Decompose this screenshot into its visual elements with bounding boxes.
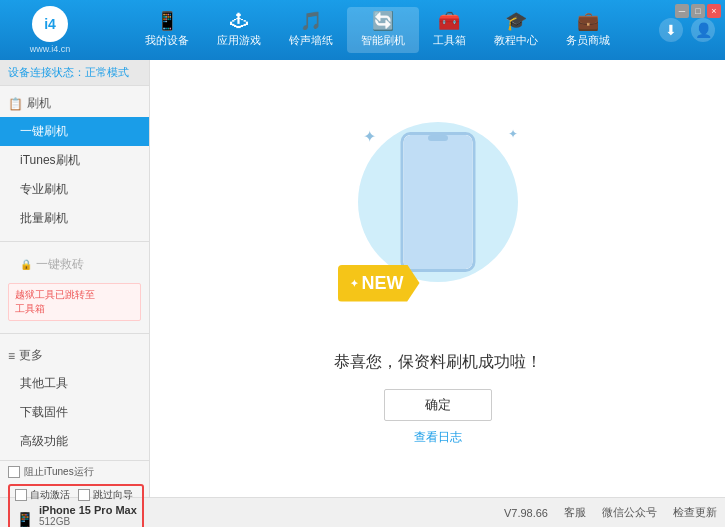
- smart-flash-icon: 🔄: [372, 12, 394, 30]
- logo-url: www.i4.cn: [30, 44, 71, 54]
- sidebar-group-more: ≡ 更多: [0, 342, 149, 369]
- sidebar-item-itunes-flash[interactable]: iTunes刷机: [0, 146, 149, 175]
- new-badge: NEW: [338, 265, 420, 302]
- device-info: 📱 iPhone 15 Pro Max 512GB iPhone: [15, 504, 137, 528]
- sidebar: 设备连接状态：正常模式 📋 刷机 一键刷机 iTunes刷机 专业刷机 批量刷机: [0, 60, 150, 497]
- sparkle-top-right: ✦: [508, 127, 518, 141]
- phone-body: [400, 132, 475, 272]
- nav-smart-flash[interactable]: 🔄 智能刷机: [347, 7, 419, 53]
- customer-service-link[interactable]: 客服: [564, 505, 586, 520]
- phone-illustration: NEW ✦ ✦ ✦: [348, 112, 528, 332]
- more-group-icon: ≡: [8, 349, 15, 363]
- user-button[interactable]: 👤: [691, 18, 715, 42]
- version-label: V7.98.66: [504, 507, 548, 519]
- sidebar-group-flash: 📋 刷机: [0, 90, 149, 117]
- check-update-link[interactable]: 检查更新: [673, 505, 717, 520]
- device-name: iPhone 15 Pro Max: [39, 504, 137, 516]
- ringtones-icon: 🎵: [300, 12, 322, 30]
- logo-area: i4 www.i4.cn: [10, 6, 90, 54]
- phone-screen: [403, 135, 472, 269]
- sidebar-divider-2: [0, 333, 149, 334]
- auto-activate-checkbox-item: 自动激活: [15, 488, 70, 502]
- sidebar-item-batch-flash[interactable]: 批量刷机: [0, 204, 149, 233]
- sidebar-status: 设备连接状态：正常模式: [0, 60, 149, 86]
- sidebar-item-other-tools[interactable]: 其他工具: [0, 369, 149, 398]
- close-button[interactable]: ×: [707, 4, 721, 18]
- tutorials-icon: 🎓: [505, 12, 527, 30]
- sidebar-warning: 越狱工具已跳转至工具箱: [8, 283, 141, 321]
- device-phone-icon: 📱: [15, 511, 35, 527]
- nav-ringtones[interactable]: 🎵 铃声墙纸: [275, 7, 347, 53]
- bottom-bar: 自动激活 跳过向导 📱 iPhone 15 Pro Max 512GB iPho…: [0, 497, 725, 527]
- device-details: iPhone 15 Pro Max 512GB iPhone: [39, 504, 137, 528]
- itunes-bar: 阻止iTunes运行: [0, 460, 149, 483]
- itunes-checkbox[interactable]: [8, 466, 20, 478]
- device-section: 自动激活 跳过向导 📱 iPhone 15 Pro Max 512GB iPho…: [8, 484, 144, 528]
- sidebar-item-pro-flash[interactable]: 专业刷机: [0, 175, 149, 204]
- header: i4 www.i4.cn 📱 我的设备 🕹 应用游戏 🎵 铃声墙纸 🔄 智能刷机: [0, 0, 725, 60]
- confirm-button[interactable]: 确定: [384, 389, 492, 421]
- logo-icon: i4: [32, 6, 68, 42]
- nav-my-device[interactable]: 📱 我的设备: [131, 7, 203, 53]
- sparkle-top-left: ✦: [363, 127, 376, 146]
- main-layout: 设备连接状态：正常模式 📋 刷机 一键刷机 iTunes刷机 专业刷机 批量刷机: [0, 60, 725, 497]
- minimize-button[interactable]: ─: [675, 4, 689, 18]
- toolbox-icon: 🧰: [438, 12, 460, 30]
- log-link[interactable]: 查看日志: [414, 429, 462, 446]
- sidebar-item-advanced[interactable]: 高级功能: [0, 427, 149, 456]
- sidebar-rescue-section: 🔒 一键救砖 越狱工具已跳转至工具箱: [0, 246, 149, 329]
- sidebar-divider-1: [0, 241, 149, 242]
- guide-checkbox[interactable]: [78, 489, 90, 501]
- sidebar-item-download-firmware[interactable]: 下载固件: [0, 398, 149, 427]
- sidebar-item-one-key-flash[interactable]: 一键刷机: [0, 117, 149, 146]
- flash-group-icon: 📋: [8, 97, 23, 111]
- header-right: ⬇ 👤: [659, 18, 715, 42]
- sidebar-flash-section: 📋 刷机 一键刷机 iTunes刷机 专业刷机 批量刷机: [0, 86, 149, 237]
- device-storage: 512GB: [39, 516, 137, 527]
- sidebar-item-rescue: 🔒 一键救砖: [0, 250, 149, 279]
- nav-business[interactable]: 💼 务员商城: [552, 7, 624, 53]
- auto-activate-checkbox[interactable]: [15, 489, 27, 501]
- maximize-button[interactable]: □: [691, 4, 705, 18]
- bottom-right: V7.98.66 客服 微信公众号 检查更新: [504, 505, 717, 520]
- guide-checkbox-item: 跳过向导: [78, 488, 133, 502]
- nav-apps-games[interactable]: 🕹 应用游戏: [203, 7, 275, 53]
- wechat-link[interactable]: 微信公众号: [602, 505, 657, 520]
- apps-games-icon: 🕹: [230, 12, 248, 30]
- my-device-icon: 📱: [156, 12, 178, 30]
- phone-notch: [428, 135, 448, 141]
- nav-toolbox[interactable]: 🧰 工具箱: [419, 7, 480, 53]
- download-button[interactable]: ⬇: [659, 18, 683, 42]
- main-nav: 📱 我的设备 🕹 应用游戏 🎵 铃声墙纸 🔄 智能刷机 🧰 工具箱 🎓: [105, 7, 649, 53]
- business-icon: 💼: [577, 12, 599, 30]
- success-text: 恭喜您，保资料刷机成功啦！: [334, 352, 542, 373]
- nav-tutorials[interactable]: 🎓 教程中心: [480, 7, 552, 53]
- device-checkboxes: 自动激活 跳过向导: [15, 488, 137, 502]
- sidebar-more-section: ≡ 更多 其他工具 下载固件 高级功能: [0, 338, 149, 460]
- lock-icon: 🔒: [20, 259, 32, 270]
- content-area: NEW ✦ ✦ ✦ 恭喜您，保资料刷机成功啦！ 确定 查看日志: [150, 60, 725, 497]
